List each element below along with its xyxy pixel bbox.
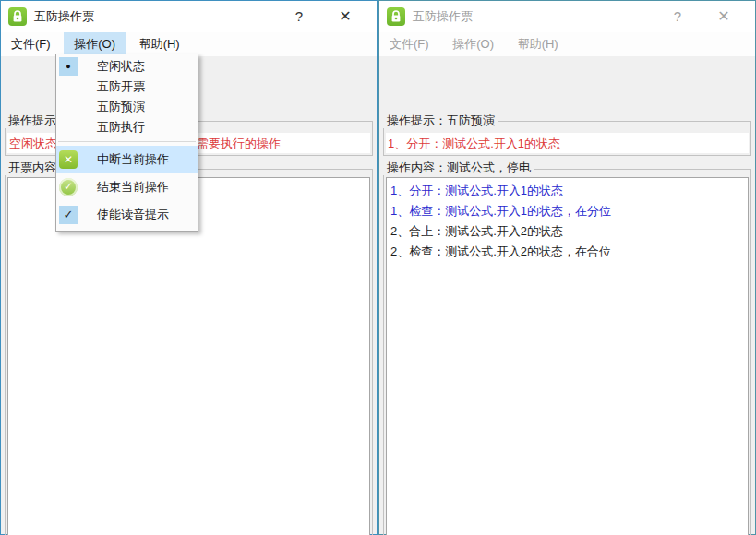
menuitem-idle-state[interactable]: ● 空闲状态 — [56, 56, 198, 77]
content-group-label: 操作内容：测试公式，停电 — [383, 160, 534, 175]
left-titlebar[interactable]: 五防操作票 ? ✕ — [1, 1, 377, 32]
checked-icon: ✓ — [59, 206, 78, 224]
close-button[interactable]: ✕ — [708, 1, 739, 32]
prompt-group-label: 操作提示：五防预演 — [383, 113, 498, 128]
menuitem-label: 中断当前操作 — [97, 152, 169, 166]
list-item[interactable]: 2、合上：测试公式.开入2的状态 — [387, 221, 748, 242]
menuitem-enable-voice[interactable]: ✓ 使能读音提示 — [56, 201, 198, 229]
operate-dropdown-menu: ● 空闲状态 五防开票 五防预演 五防执行 ✕ 中断当前操作 ✓ 结束当前操作 — [55, 54, 198, 232]
current-step-text: 1、分开：测试公式.开入1的状态 — [388, 136, 560, 152]
menuitem-label: 使能读音提示 — [97, 208, 169, 221]
prompt-strip: 1、分开：测试公式.开入1的状态 — [386, 133, 749, 153]
left-window: 五防操作票 ? ✕ 文件(F) 操作(O) 帮助(H) 操作提示： 空闲状态 需… — [0, 0, 378, 535]
ticket-group-label: 开票内容 — [5, 160, 60, 175]
right-menubar: 文件(F) 操作(O) 帮助(H) — [379, 32, 755, 56]
menuitem-finish-current[interactable]: ✓ 结束当前操作 — [56, 173, 198, 201]
window-title: 五防操作票 — [34, 1, 94, 32]
menu-separator — [58, 141, 196, 142]
window-title: 五防操作票 — [413, 1, 473, 32]
radio-selected-icon: ● — [59, 57, 78, 76]
menuitem-label: 五防执行 — [97, 120, 145, 134]
menu-help[interactable]: 帮助(H) — [508, 32, 569, 56]
list-item[interactable]: 1、检查：测试公式.开入1的状态，在分位 — [387, 201, 748, 221]
menuitem-execute[interactable]: 五防执行 — [56, 117, 198, 137]
right-body: 操作提示：五防预演 1、分开：测试公式.开入1的状态 操作内容：测试公式，停电 … — [379, 56, 755, 534]
list-item[interactable]: 1、分开：测试公式.开入1的状态 — [387, 178, 748, 201]
status-text-left: 空闲状态 — [9, 136, 57, 152]
menuitem-label: 五防开票 — [97, 79, 145, 93]
lock-app-icon — [8, 7, 27, 26]
right-window: 五防操作票 ? ✕ 文件(F) 操作(O) 帮助(H) 操作提示：五防预演 1、… — [378, 0, 756, 535]
help-button[interactable]: ? — [283, 1, 315, 32]
status-text-right: 需要执行的操作 — [197, 136, 281, 152]
menuitem-label: 结束当前操作 — [97, 180, 169, 194]
menu-operate[interactable]: 操作(O) — [442, 32, 504, 56]
close-button[interactable]: ✕ — [330, 1, 361, 32]
operation-list[interactable]: 1、分开：测试公式.开入1的状态 1、检查：测试公式.开入1的状态，在分位 2、… — [386, 177, 749, 535]
lock-app-icon — [387, 7, 405, 26]
right-titlebar[interactable]: 五防操作票 ? ✕ — [379, 1, 755, 32]
menuitem-rehearse[interactable]: 五防预演 — [56, 97, 198, 117]
menuitem-label: 空闲状态 — [97, 59, 145, 73]
menuitem-abort-current[interactable]: ✕ 中断当前操作 — [56, 146, 198, 173]
abort-icon: ✕ — [59, 150, 78, 169]
finish-icon: ✓ — [59, 178, 78, 196]
help-button[interactable]: ? — [662, 1, 693, 32]
menu-file[interactable]: 文件(F) — [379, 32, 439, 56]
menu-file[interactable]: 文件(F) — [1, 32, 61, 56]
menuitem-create-ticket[interactable]: 五防开票 — [56, 77, 198, 97]
menuitem-label: 五防预演 — [97, 100, 145, 113]
screen: 五防操作票 ? ✕ 文件(F) 操作(O) 帮助(H) 操作提示： 空闲状态 需… — [0, 0, 756, 535]
list-item[interactable]: 2、检查：测试公式.开入2的状态，在合位 — [387, 242, 748, 262]
